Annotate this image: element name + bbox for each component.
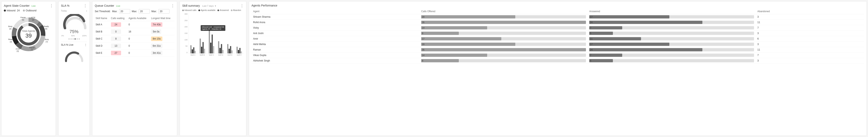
perf-answered-1: 24	[588, 20, 756, 25]
legend-agents-available: Agents available	[198, 9, 215, 11]
queue-panel: Queue Counter Live ⋮ Set Threshold: Max:…	[92, 1, 177, 136]
queue-more-icon[interactable]: ⋮	[171, 4, 175, 7]
threshold-input-1[interactable]	[119, 9, 130, 13]
total-agents-label: Total Agents	[22, 30, 35, 32]
skill-summary-title: Skill summary Last 7 days ▾	[182, 4, 216, 7]
sla-scale-min: 0%	[61, 35, 64, 37]
agents-performance-header: Agents Performance	[251, 4, 864, 7]
queue-skill-2: Skill C	[95, 35, 110, 43]
queue-calls-2: 8	[110, 35, 128, 43]
inbound-count: 24	[17, 9, 20, 12]
skill-time-range[interactable]: Last 7 days ▾	[202, 5, 216, 7]
sla-gauge: 59%	[62, 14, 86, 28]
bar-answered-5	[239, 48, 241, 53]
perf-calls-7: 14	[420, 53, 588, 58]
skill-summary-more-icon[interactable]: ⋮	[240, 4, 244, 7]
max-label-2: Max:	[132, 10, 137, 13]
perf-answered-0: 17	[588, 14, 756, 20]
queue-row-0: Skill A2407m 43s	[95, 21, 175, 28]
bar-answered-0	[193, 47, 194, 53]
bar-group-0	[188, 13, 198, 53]
sla-dot-2	[70, 38, 72, 39]
bar-inbound-2	[209, 29, 210, 53]
x-label-1: Skill B	[197, 54, 207, 58]
label-busy-left: Busy(4)	[8, 25, 12, 30]
sla-dot-6	[79, 38, 80, 39]
x-label-5: Skill F	[235, 54, 244, 58]
label-acw-top: ACW(2)	[31, 17, 35, 21]
agent-state-more-icon[interactable]: ⋮	[50, 4, 53, 7]
agents-performance-panel: Agents Performance Agent Calls Offered A…	[249, 1, 867, 136]
threshold-input-2[interactable]	[139, 9, 150, 13]
x-label-4: Skill E	[225, 54, 235, 58]
perf-row-8: Abhishek Singh853	[251, 58, 864, 63]
sla-panel: SLA % ⋮ Today › 59% 75% 0% 50% 100%	[58, 1, 90, 136]
perf-abandoned-0: 3	[756, 14, 864, 20]
sla-scale: 0% 50% 100%	[61, 35, 87, 37]
perf-calls-3: 8	[420, 31, 588, 36]
queue-skill-0: Skill A	[95, 21, 110, 28]
legend-inbound-label: Inbound 24	[7, 9, 20, 12]
bar-answered-4	[230, 46, 231, 53]
col-agent: Agent	[251, 9, 420, 14]
x-label-2: Skill C	[207, 54, 216, 58]
queue-row-1: Skill B0165m 0s	[95, 28, 175, 35]
y-label-100: 100	[184, 39, 187, 41]
queue-header: Queue Counter Live ⋮	[95, 4, 175, 7]
sla-live-more-icon[interactable]: ⋮	[84, 44, 87, 46]
time-range-chevron: ▾	[215, 5, 216, 7]
sla-title: SLA %	[61, 4, 69, 7]
sla-dot-4	[74, 38, 76, 39]
perf-row-1: Rohit Arora352411	[251, 20, 864, 25]
legend-inbound-dot	[4, 9, 6, 11]
legend-abandon-text: Abandon	[233, 9, 241, 11]
bar-abandon-2	[213, 46, 214, 53]
label-ready-right: Ready(5)	[43, 25, 49, 30]
perf-agent-7: Vikas Gupta	[251, 53, 420, 58]
queue-live-badge: Live	[116, 5, 120, 7]
agent-state-header: Agent State Counter Live ⋮	[4, 4, 53, 7]
bar-agents-0	[192, 49, 193, 53]
agents-performance-title: Agents Performance	[251, 4, 277, 7]
perf-calls-1: 35	[420, 20, 588, 25]
label-busy-right: Busy(7)	[45, 38, 49, 43]
sla-more-icon[interactable]: ⋮	[84, 4, 87, 7]
chart-x-labels: Skill ASkill BSkill CSkill DSkill ESkill…	[188, 54, 244, 58]
perf-answered-5: 17	[588, 42, 756, 47]
queue-skill-1: Skill B	[95, 28, 110, 35]
bar-abandon-1	[204, 49, 205, 53]
col-calls-waiting: Calls waiting	[110, 16, 128, 21]
legend-answered: Answered	[217, 9, 228, 11]
perf-agent-1: Rohit Arora	[251, 20, 420, 25]
legend-abandon: Abandon	[231, 9, 241, 11]
threshold-input-3[interactable]	[158, 9, 169, 13]
sla-header: SLA % ⋮	[61, 4, 87, 7]
queue-table-body: Skill A2407m 43sSkill B0165m 0sSkill C80…	[95, 21, 175, 57]
sla-percentage: 75%	[61, 29, 87, 34]
bar-agents-2	[210, 43, 211, 53]
x-label-0: Skill A	[188, 54, 197, 58]
sla-dot-5	[76, 38, 78, 39]
queue-row-4: Skill E2703m 41s	[95, 50, 175, 57]
legend-answered-color	[217, 9, 219, 11]
sla-date-label: Today	[61, 9, 67, 12]
y-label-200: 200	[184, 26, 187, 28]
bar-agents-1	[201, 47, 202, 53]
col-longest-wait: Longest Wait time	[150, 16, 175, 21]
label-acw-bottom: ACW(3)	[16, 48, 20, 53]
donut-chart: Pause(5) ACW(2) Ready(5) Busy(7) Pause(7…	[8, 14, 49, 55]
total-agents-number: 39	[22, 32, 35, 39]
skill-summary-panel: Skill summary Last 7 days ▾ ⋮ Inbound ca…	[180, 1, 246, 136]
perf-answered-6: 24	[588, 47, 756, 53]
sla-nav-right[interactable]: ›	[86, 9, 87, 12]
legend-inbound-calls: Inbound calls	[182, 9, 196, 11]
y-label-50: 50	[185, 45, 187, 47]
bar-abandon-5	[241, 51, 242, 53]
queue-wait-4: 3m 41s	[150, 50, 175, 57]
perf-abandoned-5: 3	[756, 42, 864, 47]
bar-inbound-0	[190, 45, 191, 53]
label-ready-left: Ready(4)	[8, 38, 13, 43]
sla-scale-mid: 50%	[71, 35, 75, 37]
perf-row-6: Raman352411	[251, 47, 864, 53]
perf-row-7: Vikas Gupta1477	[251, 53, 864, 58]
